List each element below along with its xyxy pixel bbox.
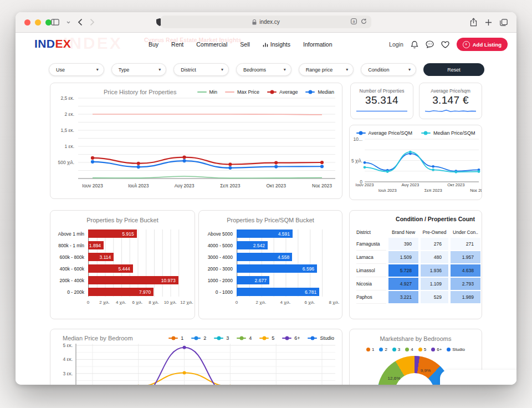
filter-label: Range price xyxy=(306,67,333,73)
close-window-button[interactable] xyxy=(24,19,30,26)
chevron-down-icon[interactable] xyxy=(66,21,70,24)
x-axis-label: Οκτ 2023 xyxy=(447,182,464,187)
site-navbar: INDEX Cyprus Real Estate Market Insights… xyxy=(16,33,516,56)
toolbar-right xyxy=(470,12,508,32)
heat-cell: 271 xyxy=(451,238,480,250)
login-link[interactable]: Login xyxy=(389,41,403,48)
tab-overview-icon[interactable] xyxy=(500,19,508,26)
price-history-title: Price History for Properties xyxy=(104,89,176,95)
notifications-bell-icon[interactable] xyxy=(411,40,418,49)
nav-item-rent[interactable]: Rent xyxy=(171,41,183,48)
column-header-brand-new: Brand New xyxy=(388,230,418,235)
bar-track: 7.970 xyxy=(88,288,187,296)
filter-label: Condition xyxy=(368,67,389,73)
legend-item-average: Average xyxy=(267,89,298,95)
favorites-heart-icon[interactable] xyxy=(441,41,449,48)
legend-item-1: 1 xyxy=(168,335,183,341)
x-axis-label: Νοε 2023 xyxy=(470,188,482,193)
filter-dropdown-bedrooms[interactable]: Bedrooms▾ xyxy=(236,63,291,76)
new-tab-icon[interactable] xyxy=(485,19,492,26)
url-text: index.cy xyxy=(259,19,280,25)
address-bar[interactable]: index.cy a xyxy=(161,16,371,28)
scorecard-sparkline xyxy=(425,106,476,115)
bar-row-above-1-mln: Above 1 mln5.915 xyxy=(57,230,187,238)
site-logo[interactable]: INDEX xyxy=(34,37,71,50)
svg-text:Ιουν 2023: Ιουν 2023 xyxy=(82,183,103,188)
district-cell: Larnaca xyxy=(356,251,386,264)
svg-text:1,5 εκ.: 1,5 εκ. xyxy=(60,128,74,133)
legend-label: 2 xyxy=(385,347,387,352)
back-button[interactable] xyxy=(78,18,83,26)
filter-bar: Use▾Type▾District▾Bedrooms▾Range price▾C… xyxy=(49,63,484,76)
filter-dropdown-district[interactable]: District▾ xyxy=(173,63,229,76)
svg-text:1 εκ.: 1 εκ. xyxy=(65,144,75,149)
bar-0-200k: 7.970 xyxy=(88,288,154,296)
svg-text:Νοε 2023: Νοε 2023 xyxy=(312,183,332,188)
legend-label: 1 xyxy=(372,347,374,352)
bar-value-label: 2.677 xyxy=(255,278,269,283)
bar-800k-1-mln: 1.894 xyxy=(88,241,104,249)
reload-icon[interactable] xyxy=(361,18,367,24)
bar-row-600k-800k: 600k - 800k3.114 xyxy=(57,253,187,261)
nav-item-commercial[interactable]: Commercial xyxy=(196,41,227,48)
filter-label: Bedrooms xyxy=(243,67,266,73)
scorecard-title: Number of Properties xyxy=(360,88,405,94)
legend-swatch xyxy=(305,91,315,93)
reset-filters-button[interactable]: Reset xyxy=(423,63,484,76)
bar-row-800k-1-mln: 800k - 1 mln1.894 xyxy=(57,241,187,249)
median-bedroom-legend: 123456+Studio xyxy=(168,335,334,341)
legend-label: 6+ xyxy=(294,335,300,341)
legend-item-studio: Studio xyxy=(308,335,334,341)
bar-x-ticks: 02 χιλ.4 χιλ.6 χιλ.8 χιλ. xyxy=(237,300,334,307)
share-icon[interactable] xyxy=(470,18,477,27)
forward-button[interactable] xyxy=(90,18,95,26)
logo-part-blue: IND xyxy=(34,37,55,50)
heat-cell: 480 xyxy=(421,251,448,263)
add-listing-label: Add Listing xyxy=(473,42,502,48)
nav-item-insights[interactable]: Insights xyxy=(263,41,290,48)
nav-item-sell[interactable]: Sell xyxy=(240,41,250,48)
price-history-card: Price History for Properties MinMax Pric… xyxy=(50,83,342,199)
bar-track: 1.894 xyxy=(88,241,187,249)
condition-table-header: DistrictBrand NewPre-OwnedUnder Con.. xyxy=(356,227,477,237)
heat-cell: 4.927 xyxy=(388,278,418,290)
messages-chat-icon[interactable] xyxy=(426,40,434,48)
add-listing-button[interactable]: + Add Listing xyxy=(457,38,508,51)
bar-category-label: 0 - 1000 xyxy=(206,289,237,295)
browser-titlebar: index.cy a xyxy=(16,12,516,33)
filter-dropdown-range-price[interactable]: Range price▾ xyxy=(299,63,354,76)
heat-cell: 1.957 xyxy=(451,251,480,263)
legend-dot xyxy=(392,348,396,351)
legend-dot xyxy=(379,348,383,351)
bar-value-label: 6.781 xyxy=(305,289,319,295)
marketshare-title: Marketshare by Bedrooms xyxy=(350,335,482,342)
heat-cell: 1.509 xyxy=(388,251,418,263)
svg-text:Αυγ 2023: Αυγ 2023 xyxy=(175,183,195,188)
nav-actions: Login + Add Listing xyxy=(389,33,508,56)
x-tick-label: 12 χιλ. xyxy=(180,300,193,305)
minimize-window-button[interactable] xyxy=(35,19,41,26)
x-tick-label: 0 xyxy=(236,300,238,305)
series-median xyxy=(93,161,322,168)
bar-category-label: 0 - 200k xyxy=(57,289,88,295)
filter-dropdown-use[interactable]: Use▾ xyxy=(49,63,104,76)
heat-cell: 276 xyxy=(421,238,448,250)
price-sqm-bucket-card: Properties by Price/SQM Bucket Above 500… xyxy=(198,210,342,319)
bar-value-label: 7.970 xyxy=(139,289,154,295)
sidebar-toggle-icon[interactable] xyxy=(51,19,59,26)
nav-item-information[interactable]: Information xyxy=(303,41,332,48)
legend-item-median: Median xyxy=(305,89,334,95)
filter-dropdown-condition[interactable]: Condition▾ xyxy=(361,63,416,76)
legend-label: 4 xyxy=(411,347,413,352)
legend-item-5: 5 xyxy=(259,335,274,341)
logo-watermark: INDEX xyxy=(63,34,122,53)
nav-item-buy[interactable]: Buy xyxy=(149,41,158,48)
bar-x-ticks: 02 χιλ.4 χιλ.6 χιλ.8 χιλ.10 χιλ.12 χιλ. xyxy=(88,300,187,307)
translate-icon[interactable]: a xyxy=(351,18,357,24)
filter-dropdown-type[interactable]: Type▾ xyxy=(111,63,167,76)
legend-dot xyxy=(431,348,435,351)
bar-value-label: 5.915 xyxy=(122,231,136,237)
floating-overlay xyxy=(440,370,516,385)
legend-label: Median Price/SQM xyxy=(433,130,475,136)
bar-category-label: 600k - 800k xyxy=(57,254,88,260)
